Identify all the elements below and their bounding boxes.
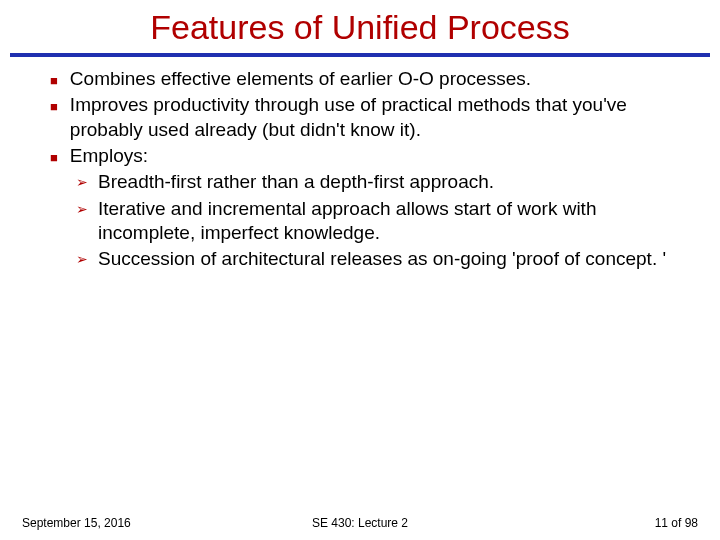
sub-bullet-text: Breadth-first rather than a depth-first … xyxy=(98,170,690,194)
square-bullet-icon: ■ xyxy=(50,73,58,90)
sub-bullet-item: ➢ Breadth-first rather than a depth-firs… xyxy=(76,170,690,194)
footer-course: SE 430: Lecture 2 xyxy=(312,516,408,530)
bullet-item: ■ Employs: xyxy=(50,144,690,168)
bullet-item: ■ Improves productivity through use of p… xyxy=(50,93,690,142)
sub-bullet-item: ➢ Iterative and incremental approach all… xyxy=(76,197,690,246)
arrow-bullet-icon: ➢ xyxy=(76,251,88,269)
slide-content: ■ Combines effective elements of earlier… xyxy=(0,67,720,272)
sub-bullet-text: Iterative and incremental approach allow… xyxy=(98,197,690,246)
square-bullet-icon: ■ xyxy=(50,150,58,167)
footer-page: 11 of 98 xyxy=(655,516,698,530)
bullet-text: Combines effective elements of earlier O… xyxy=(70,67,690,91)
bullet-item: ■ Combines effective elements of earlier… xyxy=(50,67,690,91)
arrow-bullet-icon: ➢ xyxy=(76,174,88,192)
slide-title: Features of Unified Process xyxy=(0,0,720,51)
footer-date: September 15, 2016 xyxy=(22,516,131,530)
title-divider xyxy=(10,53,710,57)
arrow-bullet-icon: ➢ xyxy=(76,201,88,219)
bullet-text: Employs: xyxy=(70,144,690,168)
square-bullet-icon: ■ xyxy=(50,99,58,116)
bullet-text: Improves productivity through use of pra… xyxy=(70,93,690,142)
sub-bullet-item: ➢ Succession of architectural releases a… xyxy=(76,247,690,271)
sub-bullet-text: Succession of architectural releases as … xyxy=(98,247,690,271)
